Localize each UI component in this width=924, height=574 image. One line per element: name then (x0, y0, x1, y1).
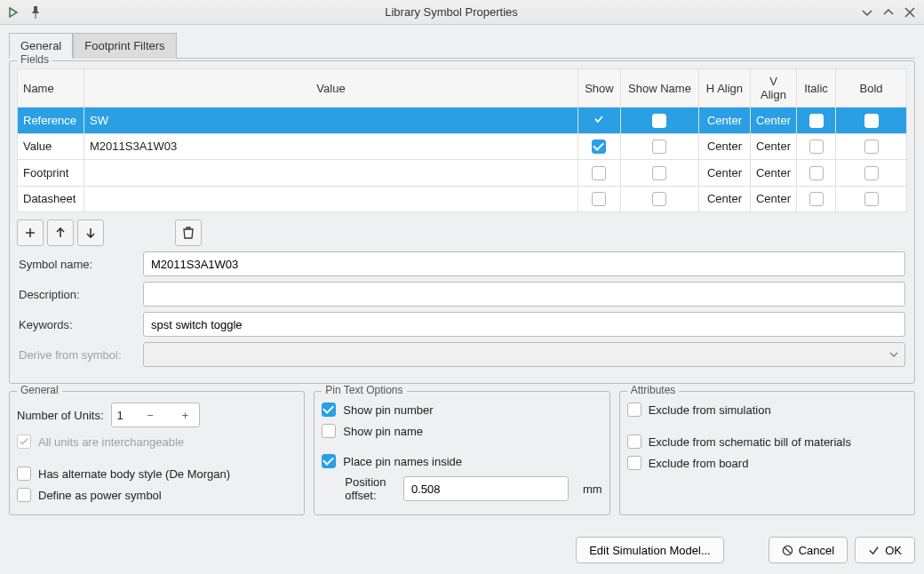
fields-legend: Fields (17, 53, 52, 66)
cell-bold[interactable] (836, 108, 907, 134)
show-name-checkbox[interactable] (652, 166, 666, 180)
cell-showname[interactable] (620, 133, 698, 160)
cell-halign[interactable]: Center (698, 186, 750, 212)
table-row[interactable]: ReferenceSWCenterCenter (18, 108, 907, 134)
show-name-checkbox[interactable] (652, 192, 666, 206)
italic-checkbox[interactable] (809, 192, 824, 206)
dialog-footer: Edit Simulation Model... Cancel OK (0, 530, 924, 570)
cell-bold[interactable] (836, 160, 907, 187)
cell-name[interactable]: Datasheet (18, 186, 84, 212)
pin-icon[interactable] (28, 5, 43, 20)
show-pin-num-label: Show pin number (343, 403, 433, 417)
excl-board-checkbox[interactable] (627, 456, 641, 470)
alt-body-label: Has alternate body style (De Morgan) (38, 467, 230, 481)
col-valign[interactable]: V Align (750, 69, 796, 108)
add-field-button[interactable] (17, 219, 44, 246)
minimize-icon[interactable] (860, 5, 874, 20)
description-input[interactable] (143, 282, 905, 307)
cell-show[interactable] (578, 186, 620, 212)
symbol-name-input[interactable] (143, 251, 905, 276)
units-label: Number of Units: (17, 409, 104, 422)
italic-checkbox[interactable] (809, 166, 824, 180)
show-name-checkbox[interactable] (652, 140, 666, 154)
tab-footprint-filters[interactable]: Footprint Filters (73, 33, 176, 59)
cell-halign[interactable]: Center (698, 108, 750, 134)
units-spinner[interactable]: 1 − + (111, 403, 200, 427)
table-row[interactable]: ValueM2011S3A1W03CenterCenter (18, 133, 907, 160)
cell-showname[interactable] (620, 108, 698, 134)
italic-checkbox[interactable] (809, 140, 824, 154)
cancel-button[interactable]: Cancel (769, 537, 848, 563)
cell-value[interactable] (84, 186, 578, 212)
bold-checkbox[interactable] (864, 140, 879, 154)
power-checkbox[interactable] (17, 488, 31, 502)
alt-body-checkbox[interactable] (17, 466, 31, 481)
show-checkbox[interactable] (592, 192, 606, 206)
move-down-button[interactable] (77, 219, 104, 246)
col-showname[interactable]: Show Name (620, 69, 698, 108)
cell-italic[interactable] (797, 186, 836, 212)
delete-field-button[interactable] (175, 219, 202, 246)
excl-board-label: Exclude from board (649, 457, 749, 470)
table-row[interactable]: DatasheetCenterCenter (18, 186, 907, 212)
pin-group: Pin Text Options Show pin number Show pi… (314, 391, 609, 515)
cell-italic[interactable] (797, 108, 836, 134)
place-inside-checkbox[interactable] (322, 454, 336, 468)
col-italic[interactable]: Italic (797, 69, 836, 108)
cell-show[interactable] (578, 160, 620, 187)
excl-sim-row: Exclude from simulation (627, 399, 907, 420)
col-bold[interactable]: Bold (836, 69, 907, 108)
cell-italic[interactable] (797, 160, 836, 187)
cell-value[interactable]: M2011S3A1W03 (84, 133, 578, 160)
cell-name[interactable]: Footprint (18, 160, 84, 187)
col-name[interactable]: Name (18, 69, 84, 108)
cell-value[interactable] (84, 160, 578, 187)
show-pin-num-row: Show pin number (322, 399, 601, 420)
show-name-checkbox[interactable] (652, 114, 666, 128)
cell-valign[interactable]: Center (750, 133, 796, 160)
cell-showname[interactable] (620, 186, 698, 212)
place-inside-row: Place pin names inside (322, 450, 601, 472)
show-checkbox[interactable] (592, 166, 606, 180)
cell-halign[interactable]: Center (698, 160, 750, 187)
units-decrement[interactable]: − (142, 409, 158, 422)
show-pin-name-checkbox[interactable] (322, 424, 336, 438)
cell-show[interactable] (578, 133, 620, 160)
table-row[interactable]: FootprintCenterCenter (18, 160, 907, 187)
keywords-input[interactable] (143, 312, 905, 337)
cell-valign[interactable]: Center (750, 160, 796, 187)
cell-name[interactable]: Value (18, 133, 84, 160)
ok-button[interactable]: OK (855, 537, 915, 563)
offset-label: Position offset: (345, 475, 389, 502)
col-halign[interactable]: H Align (698, 69, 750, 108)
excl-bom-checkbox[interactable] (627, 434, 641, 449)
col-show[interactable]: Show (578, 69, 620, 108)
show-checkbox[interactable] (592, 140, 606, 154)
cell-showname[interactable] (620, 160, 698, 187)
cell-italic[interactable] (797, 133, 836, 160)
cell-name[interactable]: Reference (18, 108, 84, 134)
cell-halign[interactable]: Center (698, 133, 750, 160)
cell-value[interactable]: SW (84, 108, 578, 134)
show-pin-num-checkbox[interactable] (322, 403, 336, 417)
excl-sim-checkbox[interactable] (627, 403, 641, 417)
cell-valign[interactable]: Center (750, 108, 796, 134)
bold-checkbox[interactable] (864, 166, 879, 180)
cell-valign[interactable]: Center (750, 186, 796, 212)
move-up-button[interactable] (47, 219, 74, 246)
edit-sim-model-button[interactable]: Edit Simulation Model... (576, 537, 724, 563)
cell-show[interactable] (578, 108, 620, 134)
bold-checkbox[interactable] (864, 114, 879, 128)
close-icon[interactable] (903, 5, 917, 20)
excl-bom-label: Exclude from schematic bill of materials (649, 435, 851, 449)
derive-label: Derive from symbol: (19, 348, 143, 362)
maximize-icon[interactable] (881, 5, 896, 20)
offset-input[interactable] (403, 476, 569, 501)
bold-checkbox[interactable] (864, 192, 879, 206)
italic-checkbox[interactable] (809, 114, 824, 128)
units-increment[interactable]: + (178, 409, 194, 422)
cell-bold[interactable] (836, 186, 907, 212)
col-value[interactable]: Value (84, 69, 578, 108)
fields-table[interactable]: Name Value Show Show Name H Align V Alig… (17, 68, 907, 212)
cell-bold[interactable] (836, 133, 907, 160)
